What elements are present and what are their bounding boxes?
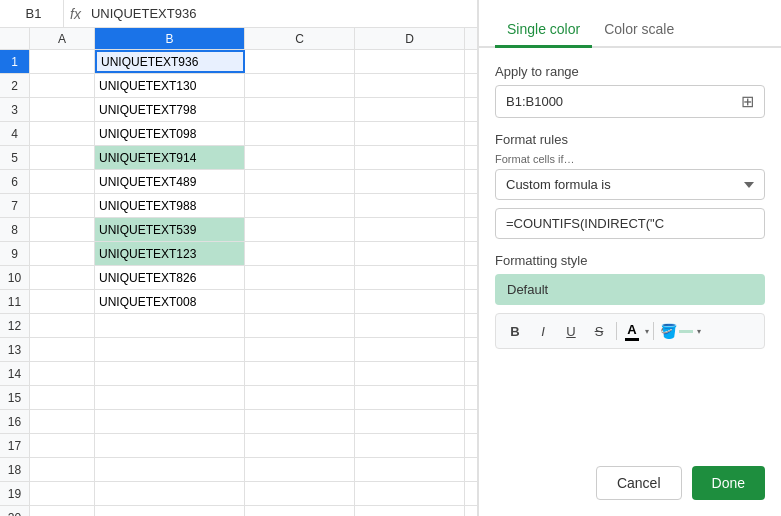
cell-d[interactable] [355, 362, 465, 385]
underline-button[interactable]: U [558, 318, 584, 344]
cell-b[interactable]: UNIQUETEXT098 [95, 122, 245, 145]
tab-color-scale[interactable]: Color scale [592, 13, 686, 48]
cell-b[interactable] [95, 458, 245, 481]
font-color-dropdown-arrow[interactable]: ▾ [645, 327, 649, 336]
table-row[interactable]: 4UNIQUETEXT098 [0, 122, 477, 146]
cell-c[interactable] [245, 410, 355, 433]
cell-b[interactable] [95, 434, 245, 457]
cell-a[interactable] [30, 146, 95, 169]
cell-b[interactable] [95, 362, 245, 385]
cell-a[interactable] [30, 386, 95, 409]
cell-d[interactable] [355, 242, 465, 265]
cell-b[interactable]: UNIQUETEXT988 [95, 194, 245, 217]
table-row[interactable]: 2UNIQUETEXT130 [0, 74, 477, 98]
cell-a[interactable] [30, 314, 95, 337]
cell-c[interactable] [245, 386, 355, 409]
cell-d[interactable] [355, 122, 465, 145]
cell-c[interactable] [245, 482, 355, 505]
cell-b[interactable]: UNIQUETEXT914 [95, 146, 245, 169]
table-row[interactable]: 1UNIQUETEXT936 [0, 50, 477, 74]
cell-d[interactable] [355, 434, 465, 457]
cell-d[interactable] [355, 194, 465, 217]
done-button[interactable]: Done [692, 466, 765, 500]
table-row[interactable]: 12 [0, 314, 477, 338]
cell-d[interactable] [355, 410, 465, 433]
cell-b[interactable]: UNIQUETEXT798 [95, 98, 245, 121]
cell-reference-input[interactable] [4, 0, 64, 27]
cell-b[interactable] [95, 482, 245, 505]
cell-c[interactable] [245, 74, 355, 97]
table-row[interactable]: 6UNIQUETEXT489 [0, 170, 477, 194]
cell-c[interactable] [245, 314, 355, 337]
table-row[interactable]: 18 [0, 458, 477, 482]
cell-b[interactable]: UNIQUETEXT489 [95, 170, 245, 193]
cell-b[interactable]: UNIQUETEXT539 [95, 218, 245, 241]
cell-a[interactable] [30, 194, 95, 217]
table-row[interactable]: 8UNIQUETEXT539 [0, 218, 477, 242]
tab-single-color[interactable]: Single color [495, 13, 592, 48]
table-row[interactable]: 9UNIQUETEXT123 [0, 242, 477, 266]
grid-select-icon[interactable]: ⊞ [741, 92, 754, 111]
cell-c[interactable] [245, 98, 355, 121]
cell-c[interactable] [245, 458, 355, 481]
cell-b[interactable] [95, 386, 245, 409]
cell-b[interactable]: UNIQUETEXT826 [95, 266, 245, 289]
cell-d[interactable] [355, 290, 465, 313]
bold-button[interactable]: B [502, 318, 528, 344]
cell-a[interactable] [30, 362, 95, 385]
cell-c[interactable] [245, 122, 355, 145]
cell-a[interactable] [30, 458, 95, 481]
cell-b[interactable]: UNIQUETEXT123 [95, 242, 245, 265]
cell-b[interactable]: UNIQUETEXT936 [95, 50, 245, 73]
cell-c[interactable] [245, 266, 355, 289]
table-row[interactable]: 16 [0, 410, 477, 434]
cell-d[interactable] [355, 266, 465, 289]
cell-a[interactable] [30, 266, 95, 289]
condition-dropdown[interactable]: Custom formula is Text contains Text doe… [495, 169, 765, 200]
cell-d[interactable] [355, 98, 465, 121]
cell-d[interactable] [355, 506, 465, 516]
cell-a[interactable] [30, 242, 95, 265]
cell-b[interactable] [95, 506, 245, 516]
table-row[interactable]: 10UNIQUETEXT826 [0, 266, 477, 290]
cell-d[interactable] [355, 146, 465, 169]
cell-b[interactable]: UNIQUETEXT130 [95, 74, 245, 97]
fill-color-button[interactable]: 🪣 [658, 321, 695, 341]
table-row[interactable]: 7UNIQUETEXT988 [0, 194, 477, 218]
cell-a[interactable] [30, 170, 95, 193]
cell-d[interactable] [355, 170, 465, 193]
cell-a[interactable] [30, 50, 95, 73]
cell-a[interactable] [30, 218, 95, 241]
strikethrough-button[interactable]: S [586, 318, 612, 344]
cell-d[interactable] [355, 74, 465, 97]
table-row[interactable]: 5UNIQUETEXT914 [0, 146, 477, 170]
table-row[interactable]: 13 [0, 338, 477, 362]
cell-c[interactable] [245, 50, 355, 73]
formula-value-input[interactable] [495, 208, 765, 239]
cell-a[interactable] [30, 410, 95, 433]
table-row[interactable]: 17 [0, 434, 477, 458]
cell-a[interactable] [30, 434, 95, 457]
cell-c[interactable] [245, 338, 355, 361]
cell-b[interactable] [95, 410, 245, 433]
cell-d[interactable] [355, 482, 465, 505]
cell-d[interactable] [355, 50, 465, 73]
cell-a[interactable] [30, 122, 95, 145]
table-row[interactable]: 14 [0, 362, 477, 386]
cell-c[interactable] [245, 434, 355, 457]
cell-a[interactable] [30, 98, 95, 121]
range-input[interactable] [506, 94, 741, 109]
font-color-button[interactable]: A [621, 320, 643, 343]
cell-a[interactable] [30, 482, 95, 505]
formula-input[interactable] [87, 6, 473, 21]
cell-a[interactable] [30, 506, 95, 516]
cell-b[interactable] [95, 314, 245, 337]
cell-d[interactable] [355, 314, 465, 337]
cell-c[interactable] [245, 194, 355, 217]
cell-b[interactable] [95, 338, 245, 361]
table-row[interactable]: 11UNIQUETEXT008 [0, 290, 477, 314]
table-row[interactable]: 19 [0, 482, 477, 506]
cell-c[interactable] [245, 362, 355, 385]
cell-a[interactable] [30, 338, 95, 361]
cell-c[interactable] [245, 290, 355, 313]
